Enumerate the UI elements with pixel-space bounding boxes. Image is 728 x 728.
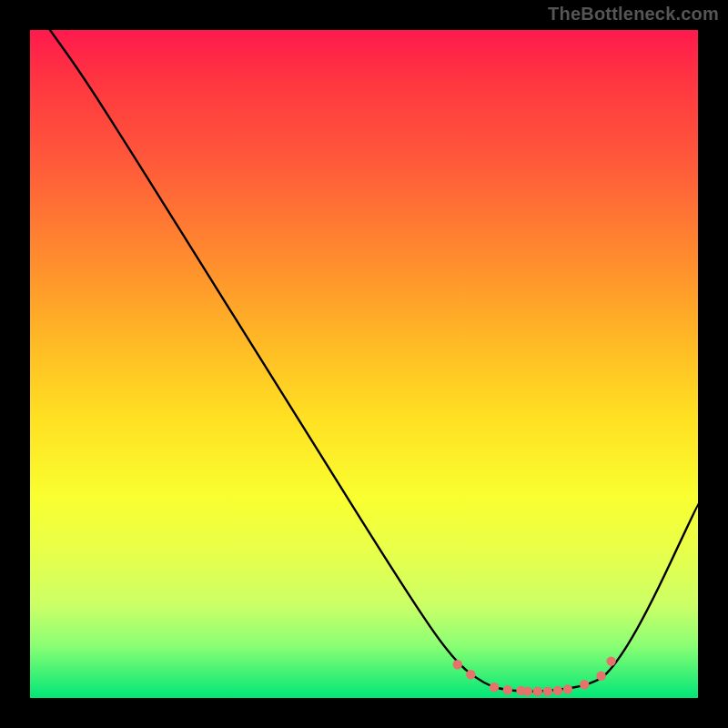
plot-area: [30, 30, 698, 698]
trough-dot: [466, 670, 475, 679]
watermark-text: TheBottleneck.com: [548, 4, 719, 25]
bottleneck-curve: [50, 30, 698, 692]
trough-markers: [453, 656, 616, 696]
trough-dot: [553, 686, 562, 695]
trough-dot: [523, 687, 532, 696]
trough-dot: [606, 656, 615, 665]
chart-frame: TheBottleneck.com: [0, 0, 728, 728]
trough-dot: [596, 672, 605, 681]
trough-dot: [580, 680, 589, 689]
curve-svg: [30, 30, 698, 698]
trough-dot: [533, 687, 542, 696]
trough-dot: [453, 660, 462, 669]
trough-dot: [503, 685, 512, 694]
trough-dot: [563, 684, 572, 693]
trough-dot: [543, 687, 552, 696]
trough-dot: [490, 682, 499, 692]
